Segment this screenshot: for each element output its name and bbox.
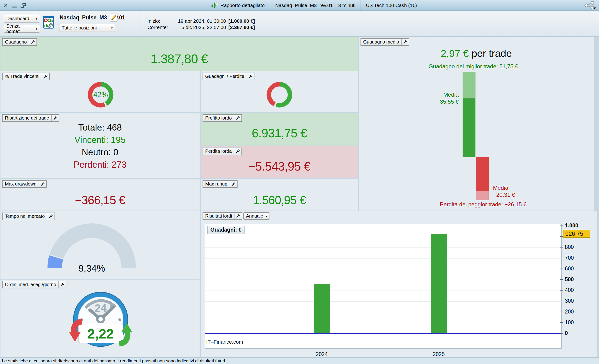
panel-title: Ordini med. eseg./giorno [2,281,59,288]
y-tick-label: 100 [565,319,574,326]
titlebar: ✕ Rapporto dettagliato Nasdaq_Pulse_M3_r… [0,0,599,11]
panel-profitto-lordo: Profitto lordo 6.931,75 € [201,113,358,146]
x-tick-label: 2025 [425,351,453,357]
period-start-row: Inizio: 19 apr 2024, 01:30:00 [1.000,00 … [147,18,255,24]
minimize-icon[interactable] [12,7,17,8]
wrench-icon[interactable] [52,114,59,122]
best-trade-label: Guadagno del miglior trade: 51,75 € [359,63,588,70]
report-settings-icon[interactable] [43,16,54,29]
chevron-down-icon: ▾ [108,26,113,30]
view-mode-value: Dashboard [6,16,29,21]
statusbar: Le statistiche di cui sopra si riferisco… [0,357,599,364]
period-select[interactable]: Annuale ▾ [243,212,270,220]
period-start-amount: [1.000,00 €] [228,18,255,24]
panel-guadagno-medio: Guadagno medio 2,97 € per trade Guadagno… [359,37,594,210]
pencil-icon [111,15,116,20]
titlebar-instrument-label: US Tech 100 Cash (1€) [366,3,417,8]
y-tick-label: 0 [565,330,568,336]
wrench-icon[interactable] [247,73,254,80]
y-tick-label: 400 [565,287,574,293]
toolbar-divider [144,11,144,36]
chevron-down-icon: ▾ [33,17,37,21]
titlebar-system-tab: Nasdaq_Pulse_M3_rev.01 – 3 minuti [270,0,361,11]
panel-title: Tempo nel mercato [2,213,47,220]
clock-24h-icon: 24 2,22 [68,286,133,352]
titlebar-report-tab: Rapporto dettagliato [206,0,270,11]
orders-per-day-value: 2,22 [88,326,114,341]
win-rate-value: 42% [87,81,115,109]
max-runup-value: 1.560,95 € [201,193,358,207]
trade-breakdown: Totale: 468 Vincenti: 195 Neutro: 0 Perd… [0,121,200,171]
neutral-trades: Neutro: 0 [0,146,200,159]
wrench-icon[interactable] [234,114,242,122]
restore-icon[interactable] [21,3,26,8]
x-tick-label: 2024 [308,351,336,357]
panel-guadagno: Guadagno 1.387,80 € [0,37,358,71]
titlebar-tabs: Rapporto dettagliato Nasdaq_Pulse_M3_rev… [206,0,422,11]
period-current-amount: [2.387,80 €] [228,24,255,30]
avg-loss-bar-segment [476,157,489,191]
titlebar-system-label: Nasdaq_Pulse_M3_rev.01 – 3 minuti [275,3,355,8]
candlestick-icon [211,2,218,9]
panel-guadagni-perdite: Guadagni / Perdite [201,71,358,112]
wrench-icon[interactable] [234,147,242,155]
view-mode-select[interactable]: Dashboard▾ [4,15,40,22]
y-tick-label: 700 [565,255,574,261]
panel-title: Profitto lordo [203,114,234,122]
share-icon[interactable] [583,1,597,9]
panel-risultati-lordi: Risultati lordi Annuale ▾ Guadagni: € IT… [201,211,597,357]
edit-name-button[interactable] [110,14,117,22]
panel-title: Guadagni / Perdite [203,73,247,80]
panel-trade-vincenti: % Trade vincenti 42% [0,71,200,112]
watermark: IT–Finance.com [206,339,243,345]
close-icon[interactable]: ✕ [3,3,8,8]
worst-trade-bar-segment [476,191,489,200]
avg-trade-title: 2,97 € per trade [359,48,594,59]
wrench-icon[interactable] [402,38,409,46]
wrench-icon[interactable] [59,281,66,288]
losing-trades: Perdenti: 273 [0,159,200,171]
guadagno-value: 1.387,80 € [0,52,358,66]
total-trades: Totale: 468 [0,121,200,134]
period-start-date: 19 apr 2024, 01:30:00 [175,18,226,24]
panel-title: % Trade vincenti [2,73,42,80]
avg-trade-value: 2,97 € [441,48,469,59]
max-drawdown-value: −366,15 € [0,193,200,207]
panel-title: Guadagno medio [361,38,402,46]
panel-max-runup: Max runup 1.560,95 € [201,179,358,210]
avg-trade-suffix: per trade [469,48,512,59]
layout-select[interactable]: Senza nome*▾ [4,25,40,33]
period-select-value: Annuale [246,213,263,219]
wrench-icon[interactable] [230,180,238,188]
panel-ordini-giorno: Ordini med. eseg./giorno 24 [0,279,200,357]
dashboard: Guadagno 1.387,80 € % Trade vincenti 42% [0,36,599,357]
panel-max-drawdown: Max drawdown −366,15 € [0,179,200,210]
gross-loss-value: −5.543,95 € [201,159,358,173]
winning-trades: Vincenti: 195 [0,134,200,146]
wrench-icon[interactable] [42,73,50,80]
panel-title: Perdita lorda [203,147,234,155]
avg-win-bar-segment [463,98,476,157]
disclaimer-text: Le statistiche di cui sopra si riferisco… [2,358,226,364]
positions-filter-select[interactable]: Tutte le posizioni▾ [59,24,115,32]
wrench-icon[interactable] [234,212,242,220]
toolbar: Dashboard▾ Senza nome*▾ Nasdaq_Pulse_M [0,11,599,36]
current-value-highlight: 926,75 [563,230,590,238]
window-controls: ✕ [3,0,26,11]
wrench-icon[interactable] [39,180,47,188]
positions-filter-value: Tutte le posizioni [62,25,97,31]
panel-title: Guadagno [2,38,29,46]
panel-title: Max drawdown [2,180,39,188]
avg-win-label: Media 35,55 € [440,91,458,105]
panel-ripartizione: Ripartizione dei trade Totale: 468 Vince… [0,113,200,178]
y-tick-label: 800 [565,244,574,250]
chevron-down-icon: ▾ [265,214,267,218]
time-in-market-value: 9,34% [57,263,127,274]
panel-title: Max runup [203,180,230,188]
avg-loss-label: Media −20,31 € [493,184,515,198]
wrench-icon[interactable] [47,213,55,220]
panel-title: Risultati lordi [203,212,234,220]
series-label: Guadagni: € [207,226,245,234]
wrench-icon[interactable] [29,38,37,46]
period-current-date: 5 dic 2025, 22:57:00 [175,24,226,30]
